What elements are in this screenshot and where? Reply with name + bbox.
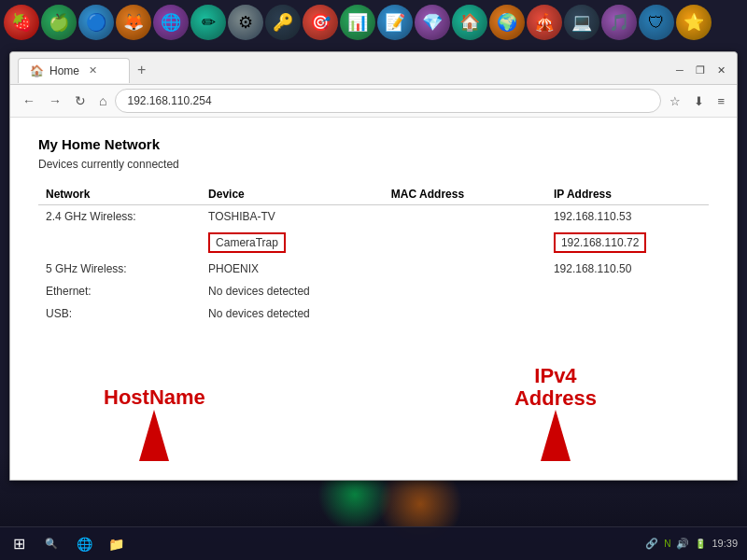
tray-network-icon: 🔗: [645, 538, 658, 550]
browser-toolbar: ← → ↻ ⌂ ☆ ⬇ ≡: [10, 85, 737, 118]
cell-device: No devices detected: [201, 302, 384, 325]
restore-button[interactable]: ❐: [692, 62, 709, 78]
cell-network: USB:: [38, 302, 201, 325]
browser-titlebar: 🏠 Home ✕ + ─ ❐ ✕: [10, 52, 737, 85]
reload-button[interactable]: ↻: [70, 91, 91, 111]
taskbar-ie-icon[interactable]: 🌐: [69, 529, 99, 559]
cell-network: 5 GHz Wireless:: [38, 258, 201, 280]
browser-window: 🏠 Home ✕ + ─ ❐ ✕ ← → ↻ ⌂ ☆ ⬇ ≡ My Home N…: [9, 51, 738, 481]
cell-network: 2.4 GHz Wireless:: [38, 205, 201, 229]
taskbar-folder-icon[interactable]: 📁: [101, 529, 131, 559]
cameratrap-device-label: CameraTrap: [208, 232, 286, 253]
taskbar-app-icons: 🌐 📁: [69, 529, 131, 559]
browser-content: My Home Network Devices currently connec…: [10, 118, 737, 480]
tray-volume-icon: 🔊: [676, 538, 689, 550]
cell-network: [38, 228, 201, 258]
top-icon-12[interactable]: 💎: [415, 5, 450, 40]
cell-mac: [384, 302, 546, 325]
ipv4-arrow: [541, 410, 571, 461]
cell-mac: [384, 228, 546, 258]
clock-time: 19:39: [712, 537, 738, 550]
tray-battery-icon: 🔋: [695, 539, 706, 549]
ipv4-annotation: IPv4Address: [514, 365, 597, 461]
page-subtitle: Devices currently connected: [38, 158, 709, 171]
top-icon-15[interactable]: 🎪: [527, 5, 562, 40]
downloads-button[interactable]: ⬇: [689, 91, 709, 111]
browser-tab-home[interactable]: 🏠 Home ✕: [18, 58, 130, 83]
system-clock: 19:39: [712, 537, 738, 550]
top-icon-17[interactable]: 🎵: [601, 5, 637, 40]
top-icon-7[interactable]: ⚙: [228, 5, 263, 40]
table-row: 5 GHz Wireless: PHOENIX 192.168.110.50: [38, 258, 709, 280]
cell-ip: 192.168.110.50: [546, 258, 709, 280]
col-header-mac: MAC Address: [384, 184, 546, 205]
table-row: 2.4 GHz Wireless: TOSHIBA-TV 192.168.110…: [38, 205, 709, 229]
cell-device: PHOENIX: [201, 258, 384, 280]
cell-mac: [384, 205, 546, 229]
taskbar-search[interactable]: 🔍: [37, 538, 65, 550]
tab-close-button[interactable]: ✕: [89, 64, 97, 77]
cell-mac: [384, 258, 546, 280]
cell-ip: [546, 280, 709, 302]
cell-device: No devices detected: [201, 280, 384, 302]
table-header-row: Network Device MAC Address IP Address: [38, 184, 709, 205]
top-icon-11[interactable]: 📝: [377, 5, 413, 40]
top-icon-8[interactable]: 🔑: [265, 5, 301, 40]
hostname-arrow: [139, 410, 169, 461]
top-icon-16[interactable]: 💻: [564, 5, 599, 40]
search-icon: 🔍: [45, 538, 58, 550]
bookmarks-button[interactable]: ☆: [665, 91, 685, 111]
back-button[interactable]: ←: [18, 91, 40, 111]
top-icon-18[interactable]: 🛡: [639, 5, 674, 40]
window-controls: ─ ❐ ✕: [671, 58, 737, 78]
top-icon-13[interactable]: 🏠: [452, 5, 487, 40]
home-button[interactable]: ⌂: [94, 91, 111, 111]
top-taskbar: 🍓 🍏 🔵 🦊 🌐 ✏ ⚙ 🔑 🎯 📊 📝 💎 🏠 🌍 🎪 💻 🎵 🛡 ⭐: [0, 0, 747, 45]
cell-ip-highlighted: 192.168.110.72: [546, 228, 709, 258]
page-title: My Home Network: [38, 136, 709, 152]
top-icon-14[interactable]: 🌍: [489, 5, 525, 40]
cell-mac: [384, 280, 546, 302]
toolbar-right: ☆ ⬇ ≡: [665, 91, 729, 111]
cell-network: Ethernet:: [38, 280, 201, 302]
menu-button[interactable]: ≡: [712, 91, 729, 111]
bottom-taskbar: ⊞ 🔍 🌐 📁 🔗 N 🔊 🔋 19:39: [0, 526, 747, 560]
top-icon-3[interactable]: 🔵: [78, 5, 114, 40]
col-header-ip: IP Address: [546, 184, 709, 205]
table-row-highlighted: CameraTrap 192.168.110.72: [38, 228, 709, 258]
forward-button[interactable]: →: [44, 91, 66, 111]
minimize-button[interactable]: ─: [671, 62, 688, 78]
col-header-network: Network: [38, 184, 201, 205]
cameratrap-ip-label: 192.168.110.72: [554, 232, 646, 253]
tray-nvidia-icon: N: [664, 539, 670, 549]
cell-device-highlighted: CameraTrap: [201, 228, 384, 258]
address-bar[interactable]: [115, 89, 661, 113]
tab-favicon: 🏠: [30, 64, 44, 77]
hostname-label: HostName: [104, 385, 205, 410]
cell-device: TOSHIBA-TV: [201, 205, 384, 229]
hostname-annotation: HostName: [104, 385, 205, 461]
top-icon-6[interactable]: ✏: [190, 5, 226, 40]
top-icon-5[interactable]: 🌐: [153, 5, 189, 40]
cell-ip: [546, 302, 709, 325]
cell-ip: 192.168.110.53: [546, 205, 709, 229]
tab-title: Home: [49, 64, 79, 77]
start-button[interactable]: ⊞: [0, 527, 37, 561]
col-header-device: Device: [201, 184, 384, 205]
table-row: USB: No devices detected: [38, 302, 709, 325]
top-icon-1[interactable]: 🍓: [4, 5, 39, 40]
system-tray: 🔗 N 🔊 🔋 19:39: [645, 537, 747, 550]
close-button[interactable]: ✕: [712, 62, 729, 78]
top-icon-19[interactable]: ⭐: [676, 5, 712, 40]
network-table: Network Device MAC Address IP Address 2.…: [38, 184, 709, 325]
new-tab-button[interactable]: +: [130, 56, 153, 84]
top-icon-9[interactable]: 🎯: [303, 5, 338, 40]
top-icon-10[interactable]: 📊: [340, 5, 375, 40]
top-icon-2[interactable]: 🍏: [41, 5, 77, 40]
ipv4-label: IPv4Address: [514, 365, 597, 410]
table-row: Ethernet: No devices detected: [38, 280, 709, 302]
top-icon-4[interactable]: 🦊: [116, 5, 151, 40]
annotations-overlay: HostName IPv4Address: [10, 358, 737, 470]
